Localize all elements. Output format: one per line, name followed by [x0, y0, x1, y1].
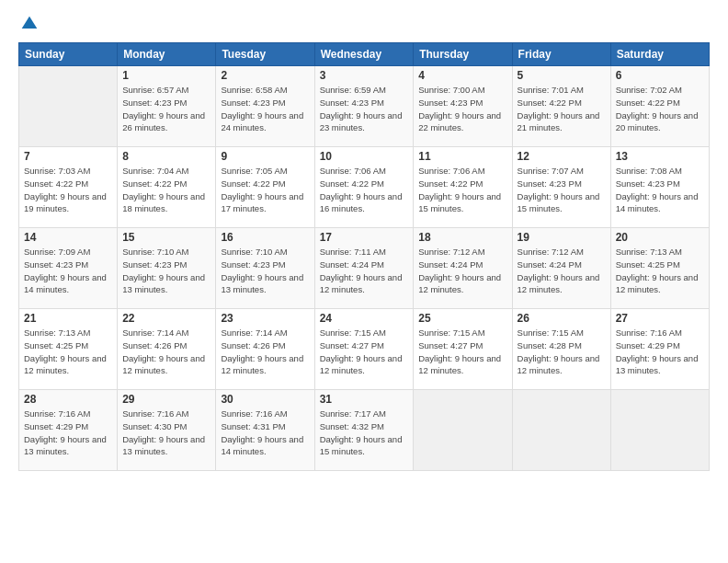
calendar-day-cell: 23Sunrise: 7:14 AM Sunset: 4:26 PM Dayli…	[216, 309, 314, 390]
day-number: 15	[122, 231, 210, 244]
day-info: Sunrise: 7:10 AM Sunset: 4:23 PM Dayligh…	[122, 246, 210, 296]
calendar-day-cell: 3Sunrise: 6:59 AM Sunset: 4:23 PM Daylig…	[314, 66, 414, 147]
day-info: Sunrise: 6:59 AM Sunset: 4:23 PM Dayligh…	[320, 84, 409, 134]
logo-icon	[20, 15, 39, 33]
calendar-day-header: Monday	[118, 43, 216, 66]
calendar-week-row: 21Sunrise: 7:13 AM Sunset: 4:25 PM Dayli…	[19, 309, 710, 390]
day-info: Sunrise: 7:01 AM Sunset: 4:22 PM Dayligh…	[518, 84, 606, 134]
day-number: 29	[122, 393, 210, 406]
day-number: 25	[418, 312, 506, 325]
day-number: 7	[24, 150, 112, 163]
day-number: 2	[221, 69, 309, 82]
calendar-day-cell: 21Sunrise: 7:13 AM Sunset: 4:25 PM Dayli…	[19, 309, 118, 390]
calendar-day-cell: 11Sunrise: 7:06 AM Sunset: 4:22 PM Dayli…	[414, 147, 512, 228]
day-info: Sunrise: 7:13 AM Sunset: 4:25 PM Dayligh…	[616, 246, 704, 296]
day-number: 3	[320, 69, 409, 82]
day-number: 16	[221, 231, 309, 244]
day-number: 28	[24, 393, 112, 406]
calendar-day-cell: 13Sunrise: 7:08 AM Sunset: 4:23 PM Dayli…	[610, 147, 709, 228]
svg-marker-0	[22, 17, 38, 29]
day-info: Sunrise: 7:11 AM Sunset: 4:24 PM Dayligh…	[320, 246, 409, 296]
calendar-day-cell: 16Sunrise: 7:10 AM Sunset: 4:23 PM Dayli…	[216, 228, 314, 309]
calendar-day-cell	[610, 390, 709, 471]
calendar-day-cell: 22Sunrise: 7:14 AM Sunset: 4:26 PM Dayli…	[118, 309, 216, 390]
day-info: Sunrise: 7:10 AM Sunset: 4:23 PM Dayligh…	[221, 246, 309, 296]
day-number: 20	[616, 231, 704, 244]
calendar-day-cell: 2Sunrise: 6:58 AM Sunset: 4:23 PM Daylig…	[216, 66, 314, 147]
calendar-day-cell: 28Sunrise: 7:16 AM Sunset: 4:29 PM Dayli…	[19, 390, 118, 471]
calendar-day-cell: 14Sunrise: 7:09 AM Sunset: 4:23 PM Dayli…	[19, 228, 118, 309]
day-info: Sunrise: 7:08 AM Sunset: 4:23 PM Dayligh…	[616, 165, 704, 215]
calendar-day-cell: 1Sunrise: 6:57 AM Sunset: 4:23 PM Daylig…	[118, 66, 216, 147]
day-number: 31	[320, 393, 409, 406]
day-number: 9	[221, 150, 309, 163]
calendar-week-row: 28Sunrise: 7:16 AM Sunset: 4:29 PM Dayli…	[19, 390, 710, 471]
calendar-day-cell: 25Sunrise: 7:15 AM Sunset: 4:27 PM Dayli…	[414, 309, 512, 390]
day-info: Sunrise: 7:13 AM Sunset: 4:25 PM Dayligh…	[24, 327, 112, 377]
calendar-day-cell: 5Sunrise: 7:01 AM Sunset: 4:22 PM Daylig…	[512, 66, 610, 147]
calendar-day-cell: 8Sunrise: 7:04 AM Sunset: 4:22 PM Daylig…	[118, 147, 216, 228]
day-info: Sunrise: 7:16 AM Sunset: 4:30 PM Dayligh…	[122, 408, 210, 458]
day-info: Sunrise: 7:07 AM Sunset: 4:23 PM Dayligh…	[518, 165, 606, 215]
day-info: Sunrise: 7:17 AM Sunset: 4:32 PM Dayligh…	[320, 408, 409, 458]
day-number: 22	[122, 312, 210, 325]
calendar-day-cell: 10Sunrise: 7:06 AM Sunset: 4:22 PM Dayli…	[314, 147, 414, 228]
calendar-day-cell: 31Sunrise: 7:17 AM Sunset: 4:32 PM Dayli…	[314, 390, 414, 471]
calendar-day-cell: 9Sunrise: 7:05 AM Sunset: 4:22 PM Daylig…	[216, 147, 314, 228]
day-info: Sunrise: 7:12 AM Sunset: 4:24 PM Dayligh…	[518, 246, 606, 296]
calendar-day-cell: 6Sunrise: 7:02 AM Sunset: 4:22 PM Daylig…	[610, 66, 709, 147]
header	[18, 15, 710, 33]
day-info: Sunrise: 7:06 AM Sunset: 4:22 PM Dayligh…	[320, 165, 409, 215]
day-number: 23	[221, 312, 309, 325]
page: SundayMondayTuesdayWednesdayThursdayFrid…	[0, 0, 728, 563]
calendar-day-header: Friday	[512, 43, 610, 66]
day-info: Sunrise: 7:14 AM Sunset: 4:26 PM Dayligh…	[122, 327, 210, 377]
day-info: Sunrise: 7:04 AM Sunset: 4:22 PM Dayligh…	[122, 165, 210, 215]
day-info: Sunrise: 7:09 AM Sunset: 4:23 PM Dayligh…	[24, 246, 112, 296]
day-number: 10	[320, 150, 409, 163]
day-number: 13	[616, 150, 704, 163]
day-info: Sunrise: 7:00 AM Sunset: 4:23 PM Dayligh…	[418, 84, 506, 134]
calendar-day-cell: 7Sunrise: 7:03 AM Sunset: 4:22 PM Daylig…	[19, 147, 118, 228]
day-info: Sunrise: 7:15 AM Sunset: 4:27 PM Dayligh…	[320, 327, 409, 377]
day-info: Sunrise: 7:12 AM Sunset: 4:24 PM Dayligh…	[418, 246, 506, 296]
calendar-day-cell: 17Sunrise: 7:11 AM Sunset: 4:24 PM Dayli…	[314, 228, 414, 309]
day-info: Sunrise: 7:03 AM Sunset: 4:22 PM Dayligh…	[24, 165, 112, 215]
calendar-day-cell: 19Sunrise: 7:12 AM Sunset: 4:24 PM Dayli…	[512, 228, 610, 309]
calendar-day-cell	[19, 66, 118, 147]
calendar-week-row: 1Sunrise: 6:57 AM Sunset: 4:23 PM Daylig…	[19, 66, 710, 147]
calendar-day-cell: 30Sunrise: 7:16 AM Sunset: 4:31 PM Dayli…	[216, 390, 314, 471]
day-info: Sunrise: 7:14 AM Sunset: 4:26 PM Dayligh…	[221, 327, 309, 377]
day-number: 11	[418, 150, 506, 163]
calendar-day-cell: 29Sunrise: 7:16 AM Sunset: 4:30 PM Dayli…	[118, 390, 216, 471]
day-info: Sunrise: 7:15 AM Sunset: 4:27 PM Dayligh…	[418, 327, 506, 377]
day-info: Sunrise: 7:05 AM Sunset: 4:22 PM Dayligh…	[221, 165, 309, 215]
day-info: Sunrise: 6:57 AM Sunset: 4:23 PM Dayligh…	[122, 84, 210, 134]
day-number: 8	[122, 150, 210, 163]
calendar-day-cell	[414, 390, 512, 471]
day-number: 26	[518, 312, 606, 325]
day-number: 4	[418, 69, 506, 82]
day-info: Sunrise: 7:15 AM Sunset: 4:28 PM Dayligh…	[518, 327, 606, 377]
calendar-day-cell	[512, 390, 610, 471]
calendar-week-row: 7Sunrise: 7:03 AM Sunset: 4:22 PM Daylig…	[19, 147, 710, 228]
calendar-day-header: Sunday	[19, 43, 118, 66]
day-info: Sunrise: 7:06 AM Sunset: 4:22 PM Dayligh…	[418, 165, 506, 215]
day-number: 6	[616, 69, 704, 82]
calendar-day-cell: 18Sunrise: 7:12 AM Sunset: 4:24 PM Dayli…	[414, 228, 512, 309]
calendar-day-cell: 12Sunrise: 7:07 AM Sunset: 4:23 PM Dayli…	[512, 147, 610, 228]
day-number: 1	[122, 69, 210, 82]
day-info: Sunrise: 7:16 AM Sunset: 4:29 PM Dayligh…	[616, 327, 704, 377]
calendar-week-row: 14Sunrise: 7:09 AM Sunset: 4:23 PM Dayli…	[19, 228, 710, 309]
calendar-day-cell: 27Sunrise: 7:16 AM Sunset: 4:29 PM Dayli…	[610, 309, 709, 390]
calendar-day-cell: 4Sunrise: 7:00 AM Sunset: 4:23 PM Daylig…	[414, 66, 512, 147]
day-number: 12	[518, 150, 606, 163]
day-info: Sunrise: 7:16 AM Sunset: 4:31 PM Dayligh…	[221, 408, 309, 458]
day-number: 14	[24, 231, 112, 244]
calendar-day-cell: 20Sunrise: 7:13 AM Sunset: 4:25 PM Dayli…	[610, 228, 709, 309]
day-number: 17	[320, 231, 409, 244]
day-number: 30	[221, 393, 309, 406]
calendar-day-cell: 24Sunrise: 7:15 AM Sunset: 4:27 PM Dayli…	[314, 309, 414, 390]
day-info: Sunrise: 6:58 AM Sunset: 4:23 PM Dayligh…	[221, 84, 309, 134]
calendar-day-cell: 15Sunrise: 7:10 AM Sunset: 4:23 PM Dayli…	[118, 228, 216, 309]
